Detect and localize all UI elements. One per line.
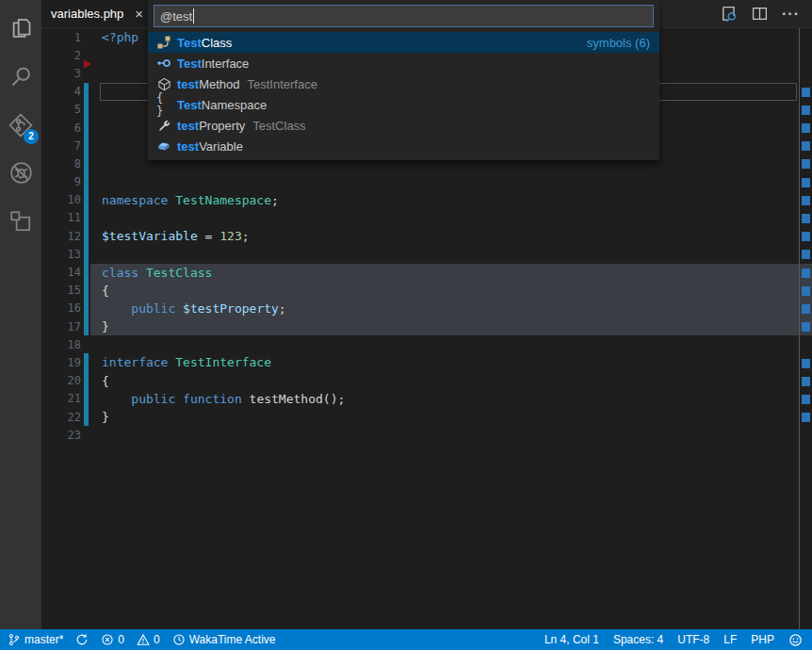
code-line-18[interactable]: 18 [41, 335, 812, 353]
error-count[interactable]: 0 [101, 633, 124, 646]
code-line-17[interactable]: 17} [41, 317, 812, 335]
eol-sequence[interactable]: LF [723, 633, 737, 646]
overview-ruler-mark [802, 268, 810, 278]
gutter[interactable] [81, 372, 102, 390]
gutter[interactable] [81, 335, 102, 353]
overview-ruler-mark [802, 413, 810, 422]
code-line-21[interactable]: 21 public function testMethod(); [41, 390, 812, 408]
gutter[interactable] [81, 64, 102, 82]
match-text: test [177, 77, 199, 91]
git-modified-indicator [84, 317, 89, 335]
sync-button[interactable] [75, 633, 89, 646]
gutter[interactable] [81, 317, 102, 335]
match-text: test [177, 139, 199, 154]
code-line-14[interactable]: 14class TestClass [41, 263, 812, 281]
quick-open-item-testproperty[interactable]: testPropertyTestClass [148, 115, 659, 136]
code-line-13[interactable]: 13 [41, 245, 812, 263]
line-number: 13 [41, 248, 81, 261]
results-group-label: symbols (6) [587, 36, 650, 50]
debug-icon [8, 160, 34, 186]
indentation[interactable]: Spaces: 4 [613, 633, 663, 646]
quick-open-item-testmethod[interactable]: testMethodTestInterface [148, 73, 659, 94]
gutter[interactable] [81, 83, 102, 101]
gutter[interactable] [81, 245, 102, 263]
code-line-10[interactable]: 10namespace TestNamespace; [41, 191, 812, 209]
overview-ruler-mark [802, 304, 810, 314]
symbol-name: Namespace [202, 98, 267, 112]
symbol-name: Variable [199, 139, 243, 154]
warning-icon [137, 633, 150, 646]
overview-ruler-mark [802, 232, 810, 241]
gutter[interactable] [81, 173, 102, 191]
line-number: 20 [41, 374, 81, 387]
open-preview-button[interactable] [721, 6, 738, 23]
line-number: 7 [41, 139, 81, 153]
split-editor-icon [752, 6, 768, 22]
gutter[interactable] [81, 119, 102, 137]
code-line-9[interactable]: 9 [41, 173, 812, 191]
gutter[interactable] [81, 46, 102, 64]
line-number: 12 [41, 230, 81, 243]
activity-bar-search[interactable] [0, 53, 41, 101]
quick-open-item-testclass[interactable]: TestClasssymbols (6) [148, 32, 659, 53]
gutter[interactable] [81, 426, 102, 444]
quick-open-item-testnamespace[interactable]: { } TestNamespace [148, 94, 659, 115]
git-modified-indicator [84, 263, 89, 281]
close-icon[interactable]: × [135, 7, 143, 21]
line-number: 8 [41, 157, 81, 171]
git-modified-indicator [84, 209, 89, 227]
code-line-11[interactable]: 11 [41, 209, 812, 227]
quick-open-item-testinterface[interactable]: TestInterface [148, 53, 659, 73]
gutter[interactable] [81, 353, 102, 371]
gutter[interactable] [81, 282, 102, 300]
gutter[interactable] [81, 227, 102, 245]
gutter[interactable] [81, 300, 102, 317]
activity-bar-extensions[interactable] [0, 197, 41, 245]
more-actions-button[interactable]: ··· [782, 6, 800, 23]
warning-count[interactable]: 0 [137, 633, 160, 646]
code-line-22[interactable]: 22} [41, 408, 812, 426]
gutter[interactable] [81, 137, 102, 154]
cursor-position[interactable]: Ln 4, Col 1 [544, 633, 599, 646]
git-branch-icon [8, 633, 21, 646]
overview-ruler[interactable] [799, 28, 812, 629]
symbol-name: Interface [202, 57, 250, 71]
gutter[interactable] [81, 101, 102, 119]
git-modified-indicator [84, 282, 89, 300]
quick-open-input-wrap: @test [148, 0, 659, 32]
activity-bar-source-control[interactable]: 2 [0, 101, 41, 149]
gutter[interactable] [81, 209, 102, 227]
split-editor-button[interactable] [752, 6, 768, 22]
gutter[interactable] [81, 154, 102, 172]
overview-ruler-mark [802, 159, 810, 169]
property-icon [156, 118, 171, 133]
encoding[interactable]: UTF-8 [677, 633, 709, 646]
tab-variables-php[interactable]: variables.php × [41, 0, 153, 27]
gutter[interactable] [81, 263, 102, 281]
activity-bar-explorer[interactable] [0, 5, 41, 53]
quick-open-item-testvariable[interactable]: testVariable [148, 136, 659, 156]
symbol-name: Property [199, 119, 245, 133]
symbol-detail: TestClass [252, 119, 305, 133]
gutter[interactable] [81, 390, 102, 408]
code-line-16[interactable]: 16 public $testProperty; [41, 300, 812, 317]
feedback-smiley[interactable] [788, 633, 803, 647]
code-line-23[interactable]: 23 [41, 426, 812, 444]
overview-ruler-mark [802, 395, 810, 404]
git-branch-status[interactable]: master* [8, 633, 63, 646]
gutter[interactable] [81, 408, 102, 426]
line-number: 4 [41, 85, 81, 98]
wakatime-status[interactable]: WakaTime Active [172, 633, 276, 646]
code-line-20[interactable]: 20{ [41, 372, 812, 390]
code-line-15[interactable]: 15{ [41, 282, 812, 300]
overview-ruler-mark [802, 178, 810, 187]
quick-open-input[interactable]: @test [154, 5, 654, 27]
language-mode[interactable]: PHP [751, 633, 774, 646]
gutter[interactable] [81, 28, 102, 46]
activity-bar-debug[interactable] [0, 149, 41, 197]
class-icon [156, 35, 171, 50]
text-cursor [193, 8, 194, 24]
code-line-19[interactable]: 19interface TestInterface [41, 353, 812, 371]
code-line-12[interactable]: 12$testVariable = 123; [41, 227, 812, 245]
gutter[interactable] [81, 191, 102, 209]
